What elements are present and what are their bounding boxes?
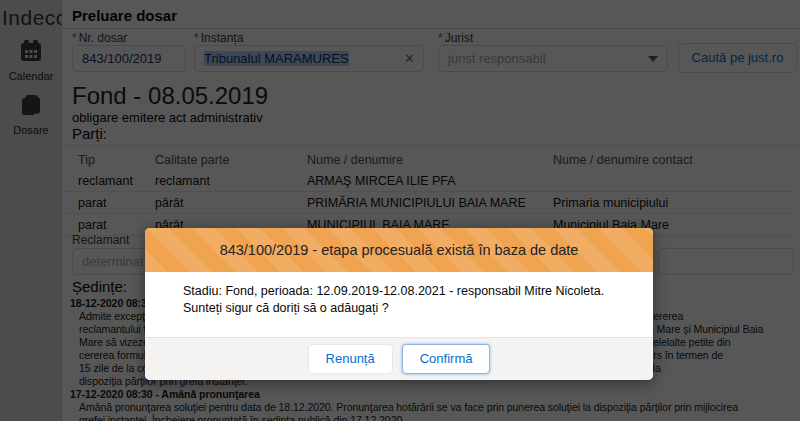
- dialog-text-line: Stadiu: Fond, perioada: 12.09.2019-12.08…: [183, 283, 633, 300]
- confirm-button[interactable]: Confirmă: [402, 344, 491, 374]
- app-window: Indeco Calendar: [0, 0, 800, 421]
- dialog-title: 843/100/2019 - etapa procesuală există î…: [220, 242, 579, 258]
- dialog-warning-header: 843/100/2019 - etapa procesuală există î…: [145, 228, 653, 272]
- confirmation-dialog: 843/100/2019 - etapa procesuală există î…: [145, 228, 653, 380]
- dialog-body: Stadiu: Fond, perioada: 12.09.2019-12.08…: [145, 272, 653, 337]
- dialog-text-line: Sunteți sigur că doriți să o adăugați ?: [183, 300, 633, 317]
- cancel-button[interactable]: Renunță: [308, 344, 393, 374]
- dialog-footer: Renunță Confirmă: [145, 337, 653, 380]
